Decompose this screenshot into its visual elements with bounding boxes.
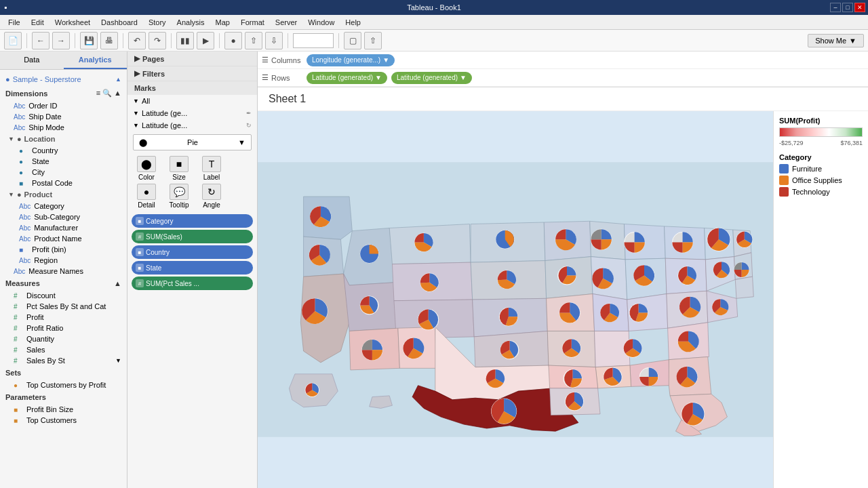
undo-button[interactable]: ↶ [128, 32, 146, 49]
share-button[interactable]: ⇧ [364, 32, 382, 49]
measure-sales-by-st[interactable]: # Sales By St ▼ [0, 355, 127, 366]
dim-product-name[interactable]: Abc Product Name [0, 233, 127, 244]
menu-edit[interactable]: Edit [26, 17, 50, 28]
menu-help[interactable]: Help [340, 17, 366, 28]
marks-color-btn[interactable]: ⬤ Color [132, 156, 161, 181]
menu-worksheet[interactable]: Worksheet [50, 17, 96, 28]
add-dim-icon[interactable]: ▲ [114, 89, 121, 98]
dim-order-id[interactable]: Abc Order ID [0, 100, 127, 111]
measure-profit-ratio[interactable]: # Profit Ratio [0, 323, 127, 333]
marks-pill-category[interactable]: ■ Category [132, 214, 253, 228]
filters-expand-icon: ▶ [134, 69, 140, 78]
show-me-button[interactable]: Show Me ▼ [808, 34, 864, 47]
pages-title[interactable]: ▶ Pages [127, 52, 257, 66]
dim-category[interactable]: Abc Category [0, 201, 127, 211]
dim-profit-bin[interactable]: ■ Profit (bin) [0, 244, 127, 255]
marks-tooltip-btn[interactable]: 💬 Tooltip [164, 184, 194, 209]
sets-header[interactable]: Sets [0, 366, 127, 380]
sort-desc-button[interactable]: ⇩ [265, 32, 283, 49]
menu-window[interactable]: Window [302, 17, 340, 28]
marks-type-select[interactable]: ⬤ Pie ▼ [133, 134, 252, 150]
add-measure-icon[interactable]: ▲ [114, 279, 121, 287]
dim-manufacturer[interactable]: Abc Manufacturer [0, 222, 127, 233]
highlight-button[interactable]: ● [224, 32, 242, 49]
pie-tennessee [624, 339, 642, 357]
measure-pct-sales[interactable]: # Pct Sales By St and Cat [0, 301, 127, 312]
dim-ship-mode[interactable]: Abc Ship Mode [0, 122, 127, 133]
map-container[interactable] [258, 111, 773, 488]
param-profit-bin[interactable]: ■ Profit Bin Size [0, 404, 127, 415]
menu-server[interactable]: Server [270, 17, 302, 28]
filters-title[interactable]: ▶ Filters [127, 66, 257, 81]
menu-map[interactable]: Map [210, 17, 235, 28]
dim-country[interactable]: ● Country [0, 145, 127, 156]
marks-lat-row-1[interactable]: ▼ Latitude (ge... ✒ [127, 107, 257, 119]
new-button[interactable]: 📄 [4, 32, 22, 49]
hash-pctsales-icon: # [14, 303, 23, 310]
marks-lat2-chevron: ▼ [133, 122, 139, 129]
pie-ohio [633, 265, 654, 286]
state-hawaii[interactable] [370, 396, 393, 409]
back-button[interactable]: ← [32, 32, 50, 49]
state-rhode-ct[interactable] [735, 277, 753, 298]
save-button[interactable]: 💾 [80, 32, 98, 49]
dim-postal-code[interactable]: ■ Postal Code [0, 178, 127, 188]
search-input[interactable] [293, 33, 334, 48]
marks-label-btn[interactable]: T Label [197, 156, 226, 181]
marks-detail-btn[interactable]: ● Detail [132, 184, 161, 209]
dim-subcategory[interactable]: Abc Sub-Category [0, 211, 127, 222]
marks-pill-state[interactable]: ■ State [132, 261, 253, 274]
menu-story[interactable]: Story [143, 17, 172, 28]
minimize-button[interactable]: – [830, 3, 841, 12]
marks-all-row[interactable]: ▼ All [127, 95, 257, 107]
longitude-pill[interactable]: Longitude (generate...) ▼ [307, 54, 395, 66]
print-button[interactable]: 🖶 [100, 32, 118, 49]
dim-measure-names[interactable]: Abc Measure Names [0, 266, 127, 277]
toolbar-separator-2 [75, 33, 75, 48]
dim-region[interactable]: Abc Region [0, 255, 127, 266]
dim-city[interactable]: ● City [0, 167, 127, 178]
longitude-pill-label: Longitude (generate...) [312, 56, 380, 64]
redo-button[interactable]: ↷ [149, 32, 166, 49]
present-button[interactable]: ▢ [344, 32, 361, 49]
run-button[interactable]: ▶ [197, 32, 214, 49]
pie-minnesota [555, 229, 576, 250]
pie-alaska [305, 383, 319, 396]
set-top-customers[interactable]: ● Top Customers by Profit [0, 380, 127, 390]
dim-ship-date[interactable]: Abc Ship Date [0, 111, 127, 122]
product-group[interactable]: ▼ ● Product [0, 188, 127, 201]
restore-button[interactable]: □ [842, 3, 853, 12]
forward-button[interactable]: → [52, 32, 70, 49]
sort-icon[interactable]: ≡ [96, 89, 100, 98]
close-button[interactable]: ✕ [854, 3, 865, 12]
param-top-customers[interactable]: ■ Top Customers [0, 415, 127, 426]
parameters-header[interactable]: Parameters [0, 390, 127, 404]
marks-lat-row-2[interactable]: ▼ Latitude (ge... ↻ [127, 119, 257, 131]
location-group[interactable]: ▼ ● Location [0, 133, 127, 145]
marks-pill-country[interactable]: ■ Country [132, 245, 253, 259]
menu-file[interactable]: File [3, 17, 26, 28]
pause-button[interactable]: ▮▮ [176, 32, 194, 49]
marks-angle-btn[interactable]: ↻ Angle [197, 184, 226, 209]
data-source-item[interactable]: ● Sample - Superstore ▲ [0, 73, 127, 86]
measure-discount[interactable]: # Discount [0, 290, 127, 301]
marks-tooltip-label: Tooltip [170, 201, 189, 209]
tab-analytics[interactable]: Analytics [64, 52, 127, 69]
dim-state[interactable]: ● State [0, 156, 127, 167]
menu-analysis[interactable]: Analysis [172, 17, 210, 28]
tab-data[interactable]: Data [0, 52, 64, 69]
search-dim-icon[interactable]: 🔍 [102, 89, 112, 98]
marks-pill-sales[interactable]: # SUM(Sales) [132, 230, 253, 243]
latitude-pill-1[interactable]: Latitude (generated) ▼ [307, 72, 387, 84]
menu-format[interactable]: Format [235, 17, 270, 28]
marks-size-btn[interactable]: ■ Size [164, 156, 194, 181]
measure-profit[interactable]: # Profit [0, 312, 127, 323]
marks-pill-pct-sales[interactable]: # SUM(Pct Sales ... [132, 277, 253, 290]
measure-sales[interactable]: # Sales [0, 344, 127, 355]
sort-asc-button[interactable]: ⇧ [245, 32, 262, 49]
dimensions-header[interactable]: Dimensions ≡ 🔍 ▲ [0, 86, 127, 100]
latitude-pill-2[interactable]: Latitude (generated) ▼ [391, 72, 472, 84]
measure-quantity[interactable]: # Quantity [0, 333, 127, 344]
menu-dashboard[interactable]: Dashboard [96, 17, 143, 28]
measures-header[interactable]: Measures ▲ [0, 277, 127, 290]
